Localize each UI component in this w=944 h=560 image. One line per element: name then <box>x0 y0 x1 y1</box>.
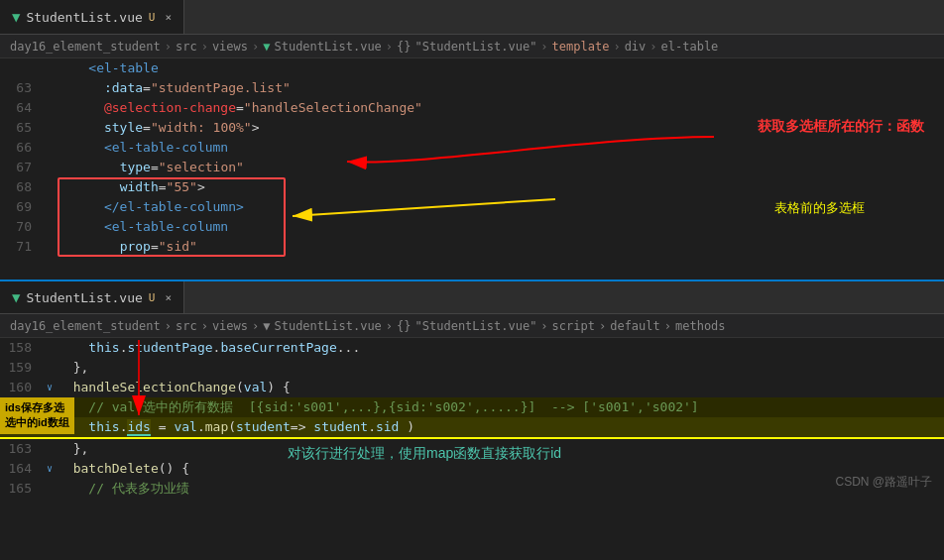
code-line-64: 64 @selection-change="handleSelectionCha… <box>0 98 944 118</box>
bottom-tab-filename: StudentList.vue <box>26 290 142 305</box>
watermark: CSDN @路遥叶子 <box>835 474 932 491</box>
bc-views: views <box>212 40 248 54</box>
top-tab-filename: StudentList.vue <box>26 10 142 25</box>
top-code-panel: <el-table 63 :data="studentPage.list" 64… <box>0 58 944 257</box>
vue-icon-top: ▼ <box>12 9 20 25</box>
code-line-160: 160 ∨ handleSelectionChange(val) { <box>0 378 944 397</box>
code-line-158: 158 this.studentPage.baseCurrentPage... <box>0 338 944 358</box>
bc-filename: StudentList.vue <box>274 40 381 54</box>
top-tab-bar: ▼ StudentList.vue U × <box>0 0 944 35</box>
ids-label-box: ids保存多选 选中的id数组 <box>0 397 74 434</box>
top-tab-close[interactable]: × <box>165 11 172 24</box>
code-line-66: 66 <el-table-column <box>0 138 944 158</box>
yellow-annotation-text: 表格前的多选框 <box>774 199 865 217</box>
code-line-71: 71 prop="sid" <box>0 237 944 257</box>
bottom-annotation: 对该行进行处理，使用map函数直接获取行id <box>288 445 561 463</box>
red-annotation-text: 获取多选框所在的行：函数 <box>758 118 924 136</box>
top-tab[interactable]: ▼ StudentList.vue U × <box>0 0 184 34</box>
code-line-67: 67 type="selection" <box>0 158 944 177</box>
code-line-162: 162 this.ids = val.map(student=> student… <box>0 417 944 439</box>
bc-src: src <box>176 40 197 54</box>
code-line-63: 63 :data="studentPage.list" <box>0 78 944 98</box>
code-line-70: 70 <el-table-column <box>0 217 944 237</box>
code-line-62: <el-table <box>0 58 944 78</box>
bc-braces: {} <box>397 40 411 54</box>
bottom-tab-close[interactable]: × <box>165 291 172 304</box>
bc-quoted: "StudentList.vue" <box>415 40 537 54</box>
bc-template: template <box>552 40 610 54</box>
code-line-161: 161 // val 选中的所有数据 [{sid:'s001',...},{si… <box>0 397 944 417</box>
bottom-tab[interactable]: ▼ StudentList.vue U × <box>0 281 184 313</box>
bottom-breadcrumb: day16_element_student › src › views › ▼ … <box>0 314 944 338</box>
code-line-68: 68 width="55"> <box>0 177 944 197</box>
code-line-159: 159 }, <box>0 358 944 378</box>
vue-icon-bottom: ▼ <box>12 289 20 305</box>
bottom-code-panel: 158 this.studentPage.baseCurrentPage... … <box>0 338 944 499</box>
top-tab-modified: U <box>149 11 156 24</box>
bc-div: div <box>625 40 647 54</box>
bc-day16: day16_element_student <box>10 40 161 54</box>
code-line-165: 165 // 代表多功业绩 <box>0 479 944 499</box>
bc-eltable: el-table <box>661 40 719 54</box>
bottom-tab-modified: U <box>149 291 156 304</box>
bottom-tab-bar: ▼ StudentList.vue U × <box>0 280 944 314</box>
top-breadcrumb: day16_element_student › src › views › ▼ … <box>0 35 944 58</box>
